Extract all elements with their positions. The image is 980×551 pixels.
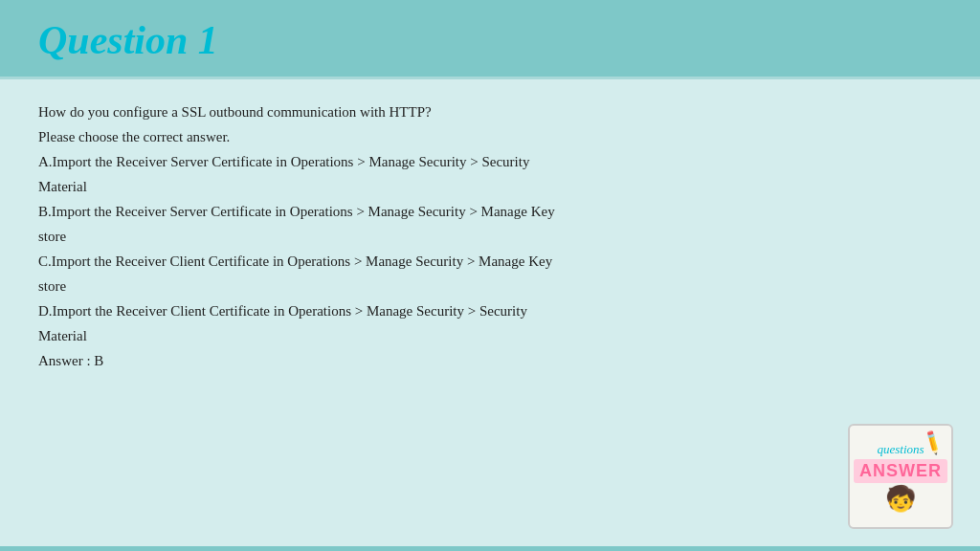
option-a-line2: Material [38, 175, 942, 198]
answer-badge: ✏️ questions ANSWER 🧒 [848, 424, 953, 529]
page-title: Question 1 [38, 18, 218, 62]
option-c-line1: C.Import the Receiver Client Certificate… [38, 250, 942, 273]
question-line-1: How do you configure a SSL outbound comm… [38, 100, 942, 123]
option-c-line2: store [38, 275, 942, 298]
badge-answer-label: ANSWER [854, 459, 947, 483]
badge-figure-icon: 🧒 [885, 487, 916, 512]
badge-questions-label: questions [877, 442, 924, 457]
answer-line: Answer : B [38, 349, 942, 372]
option-b-line2: store [38, 225, 942, 248]
option-d-line2: Material [38, 324, 942, 347]
option-b-line1: B.Import the Receiver Server Certificate… [38, 200, 942, 223]
option-d-line1: D.Import the Receiver Client Certificate… [38, 299, 942, 322]
question-text: How do you configure a SSL outbound comm… [38, 100, 942, 372]
question-line-2: Please choose the correct answer. [38, 125, 942, 148]
content-area: How do you configure a SSL outbound comm… [0, 79, 980, 546]
option-a-line1: A.Import the Receiver Server Certificate… [38, 150, 942, 173]
header: Question 1 [0, 0, 980, 79]
